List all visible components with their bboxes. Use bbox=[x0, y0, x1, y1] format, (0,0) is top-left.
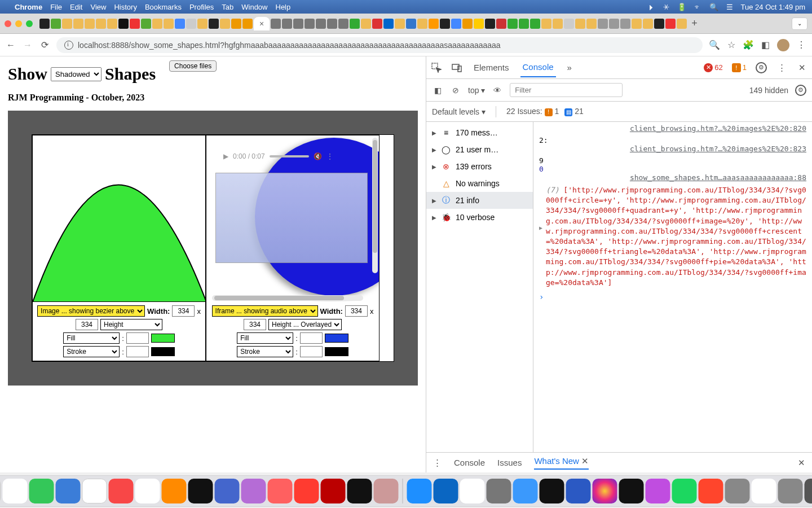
pinned-tab[interactable] bbox=[586, 19, 597, 29]
pinned-tab[interactable] bbox=[553, 19, 563, 29]
drawer-tab-console[interactable]: Console bbox=[454, 458, 485, 467]
dock-app[interactable] bbox=[29, 479, 54, 503]
pinned-tab[interactable] bbox=[130, 19, 140, 29]
tab-elements[interactable]: Elements bbox=[471, 58, 511, 77]
pinned-tab[interactable] bbox=[440, 19, 450, 29]
left-fill-swatch[interactable] bbox=[151, 334, 175, 343]
media-menu-icon[interactable]: ⋮ bbox=[326, 152, 333, 160]
pinned-tab[interactable] bbox=[164, 19, 174, 29]
left-stroke-select[interactable]: Stroke bbox=[63, 346, 120, 357]
choose-files-button[interactable]: Choose files bbox=[169, 60, 217, 72]
clear-console-icon[interactable]: ⊘ bbox=[450, 85, 461, 96]
pinned-tab[interactable] bbox=[220, 19, 230, 29]
left-width-input[interactable] bbox=[172, 305, 195, 317]
pinned-tab[interactable] bbox=[304, 19, 315, 29]
audio-controls[interactable]: ▶ 0:00 / 0:07 🔇 ⋮ bbox=[223, 152, 333, 160]
pinned-tab[interactable] bbox=[107, 19, 117, 29]
title-mode-select[interactable]: Shadowed bbox=[51, 67, 102, 81]
menu-help[interactable]: Help bbox=[276, 3, 291, 11]
menu-file[interactable]: File bbox=[50, 3, 62, 11]
menu-edit[interactable]: Edit bbox=[70, 3, 82, 11]
tab-more-icon[interactable]: » bbox=[565, 58, 574, 77]
pinned-tab[interactable] bbox=[271, 19, 281, 29]
dock-app[interactable] bbox=[321, 479, 346, 503]
battery-icon[interactable]: 🔋 bbox=[677, 3, 686, 11]
pinned-tab[interactable] bbox=[632, 19, 642, 29]
extensions-icon[interactable]: 🧩 bbox=[743, 40, 753, 50]
forward-button[interactable]: → bbox=[23, 40, 33, 50]
toggle-sidebar-icon[interactable]: ◧ bbox=[432, 85, 443, 96]
bookmark-star-icon[interactable]: ☆ bbox=[726, 40, 736, 50]
pinned-tab[interactable] bbox=[677, 19, 687, 29]
dock-app[interactable] bbox=[109, 479, 134, 503]
dock-app[interactable] bbox=[460, 479, 485, 503]
dock-app[interactable] bbox=[672, 479, 697, 503]
pinned-tab[interactable] bbox=[485, 19, 495, 29]
tab-search-button[interactable]: ⌄ bbox=[792, 17, 807, 30]
dock-app[interactable] bbox=[593, 479, 617, 503]
expand-caret-icon[interactable]: ▶ bbox=[539, 185, 542, 288]
right-stroke-swatch[interactable] bbox=[325, 347, 348, 356]
pinned-tab[interactable] bbox=[338, 19, 348, 29]
pinned-tab[interactable] bbox=[383, 19, 394, 29]
close-window-button[interactable] bbox=[5, 20, 11, 27]
pinned-tab[interactable] bbox=[530, 19, 540, 29]
left-fill-value[interactable] bbox=[126, 332, 149, 344]
pinned-tab[interactable] bbox=[575, 19, 585, 29]
log-source-link[interactable]: client_browsing.htm?…%20images%2E%20:820 bbox=[539, 124, 806, 133]
sidebar-user-messages[interactable]: ▶◯21 user m… bbox=[426, 141, 533, 158]
pinned-tab[interactable] bbox=[209, 19, 219, 29]
pinned-tab[interactable] bbox=[417, 19, 427, 29]
play-icon[interactable]: ▶ bbox=[223, 152, 228, 160]
pinned-tab[interactable] bbox=[118, 19, 129, 29]
pinned-tab[interactable] bbox=[643, 19, 653, 29]
pinned-tab[interactable] bbox=[451, 19, 461, 29]
pinned-tab[interactable] bbox=[519, 19, 529, 29]
pinned-tab[interactable] bbox=[231, 19, 241, 29]
zoom-icon[interactable]: 🔍 bbox=[709, 40, 720, 50]
dock-app[interactable] bbox=[3, 479, 28, 503]
pinned-tab[interactable] bbox=[141, 19, 151, 29]
console-log-area[interactable]: client_browsing.htm?…%20images%2E%20:820… bbox=[533, 122, 812, 452]
right-width-input[interactable] bbox=[345, 305, 368, 317]
execution-context-select[interactable]: top ▾ bbox=[468, 86, 485, 95]
dock-app[interactable] bbox=[434, 479, 458, 503]
pinned-tab[interactable] bbox=[152, 19, 162, 29]
right-fill-swatch[interactable] bbox=[325, 334, 348, 343]
right-stroke-value[interactable] bbox=[300, 346, 323, 357]
right-stroke-select[interactable]: Stroke bbox=[237, 346, 293, 357]
back-button[interactable]: ← bbox=[6, 40, 16, 50]
dock-app[interactable] bbox=[619, 479, 644, 503]
dock-app[interactable] bbox=[487, 479, 511, 503]
dock-app[interactable] bbox=[407, 479, 432, 503]
pinned-tab[interactable] bbox=[51, 19, 61, 29]
dock-app[interactable] bbox=[566, 479, 591, 503]
new-tab-button[interactable]: + bbox=[691, 17, 698, 29]
left-type-select[interactable]: Image ... showing bezier above bbox=[37, 305, 145, 317]
play-status-icon[interactable]: ⏵ bbox=[648, 3, 655, 11]
pinned-tab[interactable] bbox=[282, 19, 292, 29]
dock-app[interactable] bbox=[241, 479, 266, 503]
log-levels-select[interactable]: Default levels ▾ bbox=[432, 107, 486, 116]
dock-app[interactable] bbox=[162, 479, 187, 503]
devtools-close-icon[interactable]: ✕ bbox=[796, 62, 807, 73]
pinned-tab[interactable] bbox=[73, 19, 83, 29]
left-height-input[interactable] bbox=[76, 319, 98, 330]
log-source-link[interactable]: client_browsing.htm?…%20images%2E%20:823 bbox=[539, 144, 806, 153]
bluetooth-icon[interactable]: ⚹ bbox=[663, 2, 669, 11]
menu-profiles[interactable]: Profiles bbox=[189, 3, 214, 11]
pinned-tab[interactable] bbox=[395, 19, 405, 29]
pinned-tab[interactable] bbox=[293, 19, 303, 29]
right-height-input[interactable] bbox=[244, 319, 266, 330]
right-type-select[interactable]: Iframe ... showing audio above bbox=[212, 305, 318, 317]
devtools-settings-icon[interactable]: ⚙ bbox=[756, 62, 767, 73]
device-toolbar-icon[interactable] bbox=[451, 62, 462, 73]
right-fill-value[interactable] bbox=[300, 332, 323, 344]
menu-tab[interactable]: Tab bbox=[222, 3, 233, 11]
dock-app[interactable] bbox=[778, 479, 803, 503]
drawer-close-icon[interactable]: ✕ bbox=[798, 458, 805, 468]
dock-app[interactable] bbox=[135, 479, 160, 503]
pinned-tab[interactable] bbox=[564, 19, 574, 29]
pinned-tab[interactable] bbox=[429, 19, 439, 29]
pinned-tab[interactable] bbox=[462, 19, 473, 29]
